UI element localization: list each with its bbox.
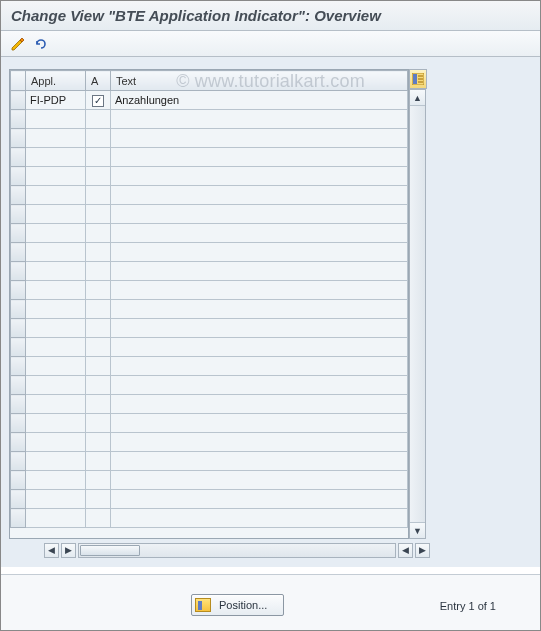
row-selector[interactable] <box>11 376 26 395</box>
table-row[interactable] <box>11 414 408 433</box>
cell-text[interactable] <box>111 509 408 528</box>
scroll-right-icon[interactable]: ◀ <box>398 543 413 558</box>
row-selector[interactable] <box>11 338 26 357</box>
cell-active[interactable] <box>86 129 111 148</box>
row-selector[interactable] <box>11 357 26 376</box>
table-row[interactable] <box>11 509 408 528</box>
cell-active[interactable] <box>86 433 111 452</box>
cell-appl[interactable] <box>26 224 86 243</box>
cell-text[interactable] <box>111 433 408 452</box>
table-row[interactable] <box>11 395 408 414</box>
cell-text[interactable] <box>111 471 408 490</box>
cell-active[interactable] <box>86 338 111 357</box>
cell-appl[interactable] <box>26 186 86 205</box>
cell-appl[interactable] <box>26 471 86 490</box>
table-row[interactable] <box>11 224 408 243</box>
cell-appl[interactable] <box>26 433 86 452</box>
cell-text[interactable] <box>111 452 408 471</box>
row-selector[interactable] <box>11 243 26 262</box>
scroll-left-icon[interactable]: ▶ <box>61 543 76 558</box>
cell-appl[interactable] <box>26 205 86 224</box>
cell-appl[interactable]: FI-PDP <box>26 91 86 110</box>
table-row[interactable] <box>11 471 408 490</box>
cell-appl[interactable] <box>26 243 86 262</box>
hscroll-thumb[interactable] <box>80 545 140 556</box>
table-row[interactable] <box>11 281 408 300</box>
cell-text[interactable] <box>111 110 408 129</box>
table-row[interactable] <box>11 338 408 357</box>
cell-active[interactable] <box>86 395 111 414</box>
table-row[interactable] <box>11 300 408 319</box>
table-row[interactable] <box>11 357 408 376</box>
cell-appl[interactable] <box>26 338 86 357</box>
cell-appl[interactable] <box>26 300 86 319</box>
row-selector[interactable] <box>11 148 26 167</box>
cell-appl[interactable] <box>26 148 86 167</box>
row-selector[interactable] <box>11 433 26 452</box>
cell-active[interactable]: ✓ <box>86 91 111 110</box>
row-selector[interactable] <box>11 167 26 186</box>
cell-active[interactable] <box>86 110 111 129</box>
row-selector[interactable] <box>11 414 26 433</box>
cell-active[interactable] <box>86 224 111 243</box>
cell-active[interactable] <box>86 281 111 300</box>
position-button[interactable]: Position... <box>191 594 284 616</box>
cell-active[interactable] <box>86 376 111 395</box>
cell-active[interactable] <box>86 243 111 262</box>
table-row[interactable] <box>11 433 408 452</box>
table-row[interactable] <box>11 205 408 224</box>
cell-appl[interactable] <box>26 452 86 471</box>
row-selector[interactable] <box>11 129 26 148</box>
row-selector[interactable] <box>11 490 26 509</box>
cell-text[interactable] <box>111 262 408 281</box>
cell-text[interactable] <box>111 281 408 300</box>
row-selector[interactable] <box>11 471 26 490</box>
row-selector[interactable] <box>11 281 26 300</box>
col-header-active[interactable]: A <box>86 71 111 91</box>
table-settings-icon[interactable] <box>409 69 427 89</box>
cell-appl[interactable] <box>26 319 86 338</box>
table-row[interactable] <box>11 490 408 509</box>
table-row[interactable] <box>11 376 408 395</box>
cell-active[interactable] <box>86 167 111 186</box>
cell-active[interactable] <box>86 509 111 528</box>
cell-appl[interactable] <box>26 281 86 300</box>
vertical-scrollbar[interactable]: ▲ ▼ <box>409 89 426 539</box>
cell-active[interactable] <box>86 490 111 509</box>
cell-active[interactable] <box>86 262 111 281</box>
scroll-down-icon[interactable]: ▼ <box>410 522 425 538</box>
cell-appl[interactable] <box>26 262 86 281</box>
cell-text[interactable] <box>111 395 408 414</box>
cell-appl[interactable] <box>26 509 86 528</box>
cell-text[interactable] <box>111 167 408 186</box>
row-selector[interactable] <box>11 395 26 414</box>
cell-text[interactable] <box>111 205 408 224</box>
table-row[interactable] <box>11 452 408 471</box>
checkbox-icon[interactable]: ✓ <box>92 95 104 107</box>
table-row[interactable] <box>11 243 408 262</box>
cell-active[interactable] <box>86 319 111 338</box>
cell-active[interactable] <box>86 452 111 471</box>
edit-pencil-icon[interactable] <box>9 35 27 53</box>
cell-text[interactable] <box>111 376 408 395</box>
col-header-appl[interactable]: Appl. <box>26 71 86 91</box>
cell-active[interactable] <box>86 414 111 433</box>
scroll-left-first-icon[interactable]: ◀ <box>44 543 59 558</box>
table-row[interactable] <box>11 110 408 129</box>
cell-text[interactable] <box>111 186 408 205</box>
cell-text[interactable] <box>111 243 408 262</box>
cell-appl[interactable] <box>26 376 86 395</box>
row-selector[interactable] <box>11 205 26 224</box>
table-row[interactable] <box>11 129 408 148</box>
cell-text[interactable] <box>111 319 408 338</box>
cell-appl[interactable] <box>26 414 86 433</box>
row-selector[interactable] <box>11 91 26 110</box>
hscroll-track[interactable] <box>78 543 396 558</box>
cell-appl[interactable] <box>26 357 86 376</box>
cell-text[interactable] <box>111 357 408 376</box>
cell-text[interactable] <box>111 338 408 357</box>
row-selector[interactable] <box>11 319 26 338</box>
select-all-header[interactable] <box>11 71 26 91</box>
row-selector[interactable] <box>11 186 26 205</box>
row-selector[interactable] <box>11 300 26 319</box>
